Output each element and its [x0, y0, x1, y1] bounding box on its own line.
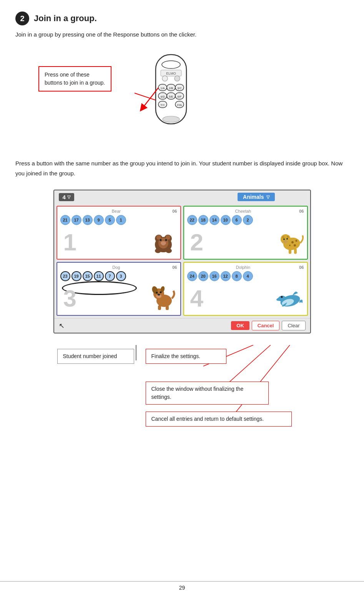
student-num: 20	[198, 271, 208, 281]
svg-point-41	[282, 236, 284, 238]
group-number-big-dolphin: 4	[190, 287, 203, 310]
group-box-cheetah: Cheetah 06 22 18 14 10 6 2 2	[183, 206, 308, 260]
student-num: 10	[221, 215, 231, 225]
group-count-bear: 06	[172, 209, 177, 213]
clicker-area: Press one of these buttons to join in a …	[15, 47, 349, 147]
group-count-cheetah: 06	[299, 209, 304, 213]
cheetah-image	[276, 228, 304, 256]
group-number-big-dog: 3	[63, 287, 76, 310]
student-num: 16	[209, 271, 219, 281]
student-num: 17	[71, 215, 81, 225]
section-title: Join in a group.	[34, 13, 97, 23]
screen-mockup: 4 ▽ Animals ▽ Bear 06 21 17 13 9	[53, 190, 311, 333]
svg-point-57	[160, 292, 161, 293]
group-count-dolphin: 06	[299, 265, 304, 270]
student-num-highlighted: 15	[83, 271, 93, 281]
svg-point-66	[281, 296, 283, 298]
student-number-joined-box: Student number joined	[57, 349, 134, 364]
cursor-icon: ↖	[59, 322, 65, 330]
svg-rect-50	[289, 248, 291, 254]
close-window-text: Close the window without finalizing the …	[151, 386, 244, 400]
svg-point-48	[294, 244, 296, 247]
group-animal-name-cheetah: Cheetah	[187, 209, 299, 213]
student-num: 12	[221, 271, 231, 281]
svg-rect-60	[158, 305, 161, 310]
student-num: 24	[187, 271, 197, 281]
group-label-row-cheetah: Cheetah 06	[187, 209, 304, 213]
cancel-button[interactable]: Cancel	[252, 321, 280, 330]
group-box-dolphin: Dolphin 06 24 20 16 12 8 4 4	[183, 262, 308, 316]
group-label-row-dolphin: Dolphin 06	[187, 265, 304, 270]
svg-text:3/C: 3/C	[177, 87, 182, 90]
cancel-all-box: Cancel all entries and return to default…	[146, 412, 292, 427]
svg-point-36	[166, 248, 172, 253]
group-label-row-dog: Dog 06	[60, 265, 177, 270]
screen-topbar: 4 ▽ Animals ▽	[54, 190, 310, 203]
svg-rect-51	[294, 248, 297, 254]
student-num: 13	[83, 215, 93, 225]
svg-point-47	[295, 240, 297, 242]
student-number-joined-text: Student number joined	[63, 353, 117, 359]
dolphin-image	[276, 285, 304, 312]
groups-grid: Bear 06 21 17 13 9 5 1 1	[54, 203, 310, 318]
annotations-area: Student number joined Finalize the setti…	[53, 345, 311, 453]
cancel-all-text: Cancel all entries and return to default…	[151, 416, 264, 422]
svg-point-6	[175, 76, 180, 81]
group-animal-name-bear: Bear	[60, 209, 173, 213]
svg-point-34	[162, 243, 165, 245]
student-num: 9	[94, 215, 104, 225]
group-box-dog: Dog 06 23 19 15 11 7 3 3	[57, 262, 181, 316]
group-animal-name-dolphin: Dolphin	[187, 265, 299, 270]
svg-point-5	[162, 76, 168, 81]
student-num: 18	[198, 215, 208, 225]
student-num: 8	[232, 271, 242, 281]
svg-point-42	[287, 236, 289, 238]
student-num: 14	[209, 215, 219, 225]
section-header: 2 Join in a group.	[15, 12, 349, 25]
paragraph-text: Press a button with the same number as t…	[15, 158, 349, 178]
clear-button[interactable]: Clear	[282, 321, 305, 330]
svg-point-45	[283, 240, 288, 243]
group-label-row-bear: Bear 06	[60, 209, 177, 213]
student-num-highlighted: 3	[116, 271, 126, 281]
finalize-settings-box: Finalize the settings.	[146, 349, 226, 364]
student-num: 5	[105, 215, 115, 225]
student-num-highlighted: 7	[105, 271, 115, 281]
student-num: 4	[243, 271, 253, 281]
svg-text:ELMO: ELMO	[166, 72, 176, 75]
svg-text:4/D: 4/D	[160, 95, 165, 98]
student-num-highlighted: 19	[71, 271, 81, 281]
student-num: 6	[232, 215, 242, 225]
svg-point-49	[289, 245, 291, 246]
intro-text: Join in a group by pressing one of the R…	[15, 30, 349, 39]
student-num: 21	[60, 215, 70, 225]
topic-badge: Animals ▽	[238, 193, 274, 201]
group-count-dog: 06	[172, 265, 177, 270]
ok-button[interactable]: OK	[231, 321, 249, 330]
finalize-settings-text: Finalize the settings.	[151, 353, 201, 359]
svg-point-46	[291, 241, 294, 243]
svg-text:T/Y: T/Y	[160, 103, 165, 107]
student-num-highlighted: 23	[60, 271, 70, 281]
group-box-bear: Bear 06 21 17 13 9 5 1 1	[57, 206, 181, 260]
svg-point-43	[283, 238, 285, 240]
group-number-badge: 4 ▽	[59, 193, 74, 201]
svg-point-59	[157, 294, 160, 296]
student-numbers-bear: 21 17 13 9 5 1	[60, 215, 177, 225]
close-window-box: Close the window without finalizing the …	[146, 382, 269, 405]
svg-point-23	[163, 116, 180, 122]
svg-text:2/B: 2/B	[169, 87, 173, 90]
svg-point-32	[165, 239, 167, 241]
dog-image	[150, 283, 177, 312]
student-num-highlighted: 11	[94, 271, 104, 281]
clicker-device: ELMO 1/A 2/B 3/C 4/D 5/E 6/F	[135, 51, 208, 144]
group-animal-name-dog: Dog	[60, 265, 173, 270]
page-number: 29	[179, 585, 185, 591]
svg-point-35	[155, 248, 161, 253]
svg-text:F/N: F/N	[177, 103, 182, 107]
group-number-big-cheetah: 2	[190, 230, 203, 254]
svg-text:6/F: 6/F	[178, 95, 182, 98]
student-num: 1	[116, 215, 126, 225]
student-numbers-dolphin: 24 20 16 12 8 4	[187, 271, 304, 281]
svg-point-44	[286, 238, 288, 240]
